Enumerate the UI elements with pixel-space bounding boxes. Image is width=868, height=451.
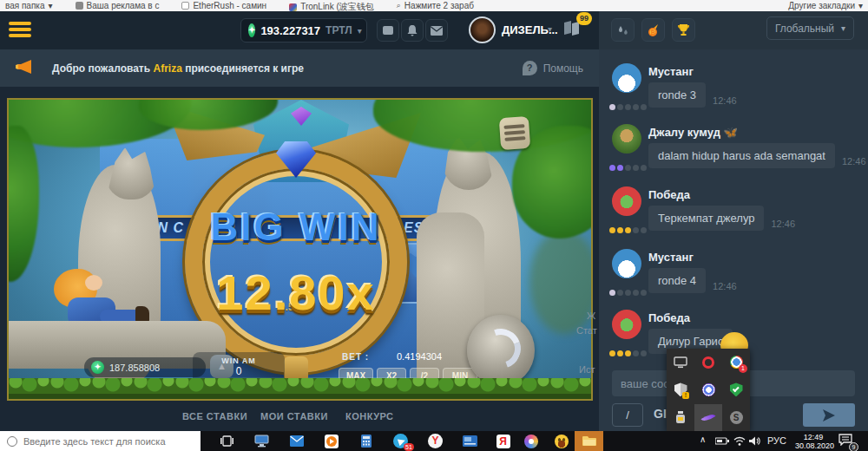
chat-username[interactable]: Джалу кумуд 🦋 bbox=[648, 126, 738, 139]
tray-feather-icon[interactable] bbox=[694, 404, 722, 431]
balance-selector[interactable]: ✦ 193.227317 ТРТЛ ▾ bbox=[240, 18, 367, 42]
clock-date: 30.08.2020 bbox=[795, 441, 832, 450]
wallet-button[interactable] bbox=[377, 19, 399, 42]
chevron-down-icon: ▾ bbox=[358, 26, 362, 36]
tray-chevron[interactable]: ∧ bbox=[700, 435, 706, 444]
background-bush bbox=[529, 230, 593, 334]
clock[interactable]: 12:49 30.08.2020 bbox=[795, 433, 832, 450]
mail-app-button[interactable] bbox=[288, 433, 305, 449]
tray-opera-icon[interactable] bbox=[694, 349, 722, 376]
folder-icon bbox=[582, 435, 596, 447]
game-menu-button[interactable] bbox=[499, 116, 530, 150]
chat-channel-label: Глобальный bbox=[775, 23, 834, 35]
notification-count-badge: 9 bbox=[849, 442, 858, 451]
chat-commands-button[interactable]: / bbox=[612, 403, 643, 427]
chat-username[interactable]: Победа bbox=[648, 311, 690, 324]
file-explorer-button[interactable] bbox=[575, 431, 603, 451]
chat-username[interactable]: Победа bbox=[648, 188, 690, 201]
search-input[interactable] bbox=[23, 436, 188, 447]
volume-icon[interactable] bbox=[746, 433, 763, 449]
telegram-app-button[interactable]: 51 bbox=[392, 433, 409, 449]
menu-hamburger-button[interactable] bbox=[9, 19, 31, 40]
bet-label: BET : bbox=[342, 352, 369, 362]
chat-time: 12:46 bbox=[713, 281, 737, 293]
chat-bubble: ronde 3 bbox=[648, 82, 706, 108]
chat-time: 12:46 bbox=[771, 219, 795, 231]
avatar[interactable] bbox=[612, 186, 641, 216]
bookmark-item[interactable]: EtherRush - самин bbox=[181, 1, 266, 10]
announcement-text: Добро пожаловать Afriza присоединяется к… bbox=[52, 62, 304, 75]
screen: вая папка▾ Ваша реклама в с EtherRush - … bbox=[0, 0, 868, 451]
spin-button[interactable] bbox=[467, 315, 535, 386]
paint-app-button[interactable] bbox=[523, 433, 539, 449]
tray-steam-icon[interactable]: S bbox=[722, 404, 750, 431]
leaderboard-button[interactable] bbox=[672, 18, 695, 42]
user-chevron-down-icon[interactable]: ▾ bbox=[548, 24, 552, 34]
help-button[interactable]: ? Помощь bbox=[523, 61, 583, 75]
chat-channel-selector[interactable]: Глобальный ▾ bbox=[766, 16, 854, 40]
send-message-button[interactable] bbox=[803, 403, 855, 427]
bet-value: 0.4194304 bbox=[397, 351, 442, 362]
bookmark-folder[interactable]: вая папка▾ bbox=[5, 1, 53, 10]
wallet-icon bbox=[382, 25, 394, 36]
movies-app-button[interactable] bbox=[323, 433, 339, 449]
avatar[interactable] bbox=[612, 249, 641, 278]
chevron-down-icon: ▾ bbox=[841, 23, 845, 33]
notifications-button[interactable] bbox=[401, 19, 424, 42]
coin-drop-button[interactable]: ₿ bbox=[641, 18, 665, 42]
rain-button[interactable] bbox=[611, 18, 635, 42]
battery-icon[interactable] bbox=[713, 433, 730, 449]
tray-app-icon[interactable] bbox=[667, 404, 694, 431]
chat-bubble: dalam hidup harus ada semangat bbox=[648, 143, 835, 168]
slot-game-frame[interactable]: 10.0 0.50 2.0 WIN C ESPIN BIG WIN 1 bbox=[7, 98, 593, 401]
tab-all-bets[interactable]: ВСЕ СТАВКИ bbox=[182, 411, 247, 422]
mail-button[interactable] bbox=[425, 19, 448, 42]
spin-swirl-icon bbox=[474, 322, 527, 375]
tray-defender-icon[interactable]: ! bbox=[667, 376, 694, 403]
user-avatar[interactable] bbox=[469, 16, 496, 43]
help-icon: ? bbox=[523, 61, 537, 75]
tab-my-bets[interactable]: МОИ СТАВКИ bbox=[260, 411, 328, 422]
balance-amount: 193.227317 bbox=[260, 24, 320, 37]
trophy-icon bbox=[677, 23, 690, 36]
grass-strip bbox=[9, 378, 593, 395]
magnifier-icon: ⌕ bbox=[397, 1, 401, 10]
avatar[interactable] bbox=[612, 124, 641, 154]
game-balance: ✦ 187.858808 bbox=[84, 357, 206, 377]
my-computer-button[interactable] bbox=[253, 433, 270, 449]
emoji-app-button[interactable] bbox=[553, 433, 569, 449]
bookmark-item[interactable]: ⌕Нажмите 2 зараб bbox=[397, 1, 474, 10]
bookmark-item[interactable]: Ваша реклама в с bbox=[76, 1, 160, 10]
yandex-browser-button[interactable]: Y bbox=[427, 433, 444, 449]
big-win-text: BIG WIN bbox=[185, 206, 407, 249]
taskbar-search[interactable] bbox=[0, 431, 201, 451]
other-bookmarks-button[interactable]: Другие закладки▾ bbox=[788, 1, 863, 10]
tab-contest[interactable]: КОНКУРС bbox=[345, 411, 394, 422]
bell-icon bbox=[407, 25, 418, 36]
announcement-bar: Добро пожаловать Afriza присоединяется к… bbox=[0, 49, 599, 87]
tray-monitor-icon[interactable] bbox=[667, 349, 694, 376]
avatar[interactable] bbox=[612, 63, 641, 93]
task-view-button[interactable] bbox=[219, 433, 235, 449]
clock-time: 12:49 bbox=[795, 433, 832, 441]
user-medals bbox=[609, 290, 647, 296]
yandex-app-button[interactable]: Я bbox=[495, 433, 511, 449]
girl-face bbox=[85, 275, 102, 291]
wifi-icon[interactable] bbox=[731, 433, 747, 449]
user-medals bbox=[609, 104, 647, 110]
game-balance-value: 187.858808 bbox=[109, 363, 160, 373]
tray-browser-icon[interactable]: 1 bbox=[722, 349, 750, 376]
avatar[interactable] bbox=[612, 310, 641, 339]
action-center-button[interactable]: 9 bbox=[838, 434, 852, 449]
language-indicator[interactable]: РУС bbox=[767, 435, 786, 446]
search-icon bbox=[7, 436, 17, 447]
rain-drops-icon bbox=[617, 24, 629, 36]
card-app-button[interactable] bbox=[462, 433, 478, 449]
chat-bubble: Теркемпат джелур bbox=[648, 206, 764, 231]
chat-username[interactable]: Мустанг bbox=[648, 251, 694, 264]
chat-username[interactable]: Мустанг bbox=[648, 65, 694, 78]
fireball-icon: ₿ bbox=[647, 23, 661, 37]
tray-media-icon[interactable] bbox=[694, 376, 722, 403]
calculator-app-button[interactable] bbox=[358, 433, 374, 449]
tray-antivirus-icon[interactable] bbox=[722, 376, 750, 403]
